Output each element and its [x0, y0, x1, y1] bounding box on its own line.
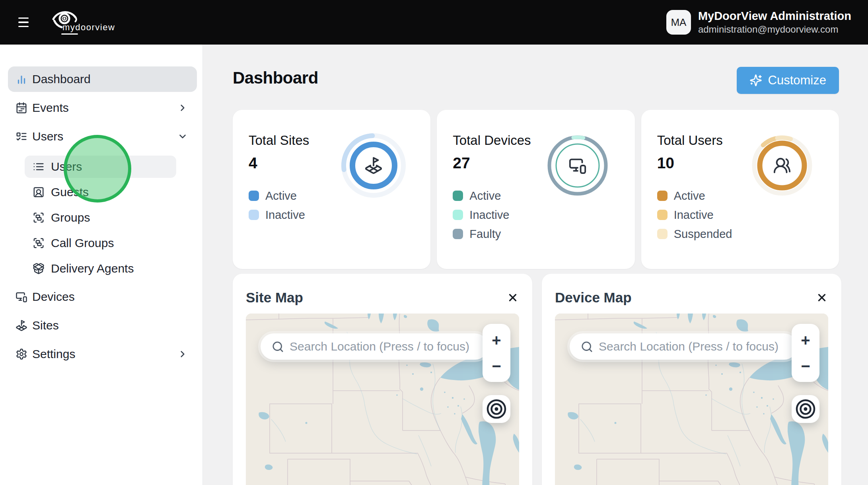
legend-label: Active [469, 189, 501, 203]
sidebar-item-label: Users [32, 130, 63, 143]
donut-chart [544, 132, 611, 199]
donut-chart [340, 132, 407, 199]
site-map-locate-button[interactable] [483, 395, 510, 423]
top-bar: mydoorview MA MyDoorView Administration … [0, 0, 868, 45]
site-map-close-button[interactable] [504, 289, 522, 306]
site-map-canvas[interactable]: + − [246, 314, 519, 485]
user-menu[interactable]: MA MyDoorView Administration administrat… [666, 10, 851, 35]
legend-swatch [657, 229, 668, 239]
sidebar-item-dashboard[interactable]: Dashboard [8, 66, 197, 92]
legend-row: Inactive [453, 205, 509, 224]
legend-swatch [453, 210, 463, 220]
maps-row: Site Map [233, 274, 839, 485]
chevron-down-icon [177, 131, 188, 142]
device-map-canvas[interactable]: + − [555, 314, 828, 485]
device-map-search [570, 333, 797, 360]
site-map-search [261, 333, 488, 360]
user-square-icon [33, 186, 45, 198]
sites-icon [16, 319, 27, 331]
sidebar-subitem-label: Call Groups [51, 236, 114, 250]
sidebar-subitem-label: Guests [51, 185, 89, 199]
legend-row: Active [249, 186, 305, 205]
sidebar-item-sites[interactable]: Sites [8, 313, 197, 338]
sparkles-icon [749, 74, 762, 87]
close-icon [507, 292, 519, 304]
devices-icon [16, 291, 27, 303]
sidebar-item-label: Devices [32, 290, 75, 304]
legend-label: Active [265, 189, 297, 203]
legend-row: Inactive [657, 205, 732, 224]
list-todo-icon [16, 131, 27, 142]
legend-row: Active [657, 186, 732, 205]
sidebar-item-events[interactable]: Events [8, 95, 197, 121]
legend-swatch [657, 210, 668, 220]
sidebar-subitem-label: Users [51, 160, 82, 173]
legend-row: Faulty [453, 224, 509, 243]
sidebar-subitem-call-groups[interactable]: Call Groups [25, 232, 176, 254]
sidebar-subitem-guests[interactable]: Guests [25, 181, 176, 203]
legend-swatch [657, 191, 668, 201]
user-email: administration@mydoorview.com [698, 24, 851, 35]
brand-logo: mydoorview [52, 0, 119, 45]
sidebar-subitem-label: Delivery Agents [51, 262, 134, 275]
page-title: Dashboard [233, 68, 318, 88]
brand-underline [61, 33, 78, 35]
search-icon [272, 341, 284, 353]
device-map-close-button[interactable] [813, 289, 831, 306]
sidebar-subitem-users-list[interactable]: Users [25, 156, 176, 178]
target-icon [486, 399, 507, 419]
legend-label: Inactive [674, 208, 714, 222]
sidebar-item-label: Sites [32, 319, 59, 332]
group-icon [33, 237, 45, 249]
device-map-locate-button[interactable] [792, 395, 819, 423]
calendar-icon [16, 102, 27, 114]
device-map-card: Device Map [542, 274, 841, 485]
legend-label: Inactive [469, 208, 509, 222]
avatar[interactable]: MA [666, 10, 691, 35]
site-map-zoom-in-button[interactable]: + [483, 324, 510, 353]
site-map-card: Site Map [233, 274, 532, 485]
target-icon [795, 399, 816, 419]
group-icon [33, 212, 45, 224]
legend-label: Faulty [469, 228, 501, 241]
legend-row: Inactive [249, 205, 305, 224]
site-map-title: Site Map [246, 290, 303, 306]
menu-icon[interactable] [18, 16, 32, 29]
brand-name: mydoorview [62, 22, 115, 33]
gear-icon [16, 348, 27, 360]
stat-card-legend: Active Inactive Suspended [657, 186, 732, 243]
sidebar-item-devices[interactable]: Devices [8, 284, 197, 310]
bar-chart-icon [16, 73, 27, 85]
legend-swatch [453, 229, 463, 239]
customize-button[interactable]: Customize [737, 67, 839, 94]
sidebar-subitem-delivery-agents[interactable]: Delivery Agents [25, 257, 176, 280]
legend-label: Active [674, 189, 705, 203]
device-map-zoom-control: + − [792, 324, 819, 382]
sidebar-nav: Dashboard Events Users Users Guests Grou… [0, 66, 202, 367]
site-map-search-input[interactable] [290, 340, 480, 353]
stat-card-legend: Active Inactive [249, 186, 305, 224]
search-icon [581, 341, 593, 353]
sidebar-item-label: Events [32, 101, 69, 115]
stat-card-total-sites: Total Sites 4 Active Inactive [233, 110, 430, 269]
device-map-search-input[interactable] [599, 340, 789, 353]
legend-label: Inactive [265, 208, 305, 222]
device-map-zoom-in-button[interactable]: + [792, 324, 819, 353]
chevron-right-icon [177, 349, 188, 359]
sidebar-item-users[interactable]: Users [8, 124, 197, 149]
legend-row: Suspended [657, 224, 732, 243]
stat-card-total-users: Total Users 10 Active Inactive Suspended [641, 110, 839, 269]
sidebar-subitem-label: Groups [51, 211, 90, 224]
sidebar-item-settings[interactable]: Settings [8, 341, 197, 367]
chevron-right-icon [177, 103, 188, 113]
sidebar-sublist-users: Users Guests Groups Call Groups Delivery… [0, 156, 202, 284]
sidebar-subitem-groups[interactable]: Groups [25, 206, 176, 229]
site-map-zoom-out-button[interactable]: − [483, 353, 510, 382]
legend-row: Active [453, 186, 509, 205]
sidebar-item-label: Settings [32, 347, 75, 361]
legend-swatch [249, 191, 259, 201]
donut-chart [748, 132, 816, 199]
list-icon [33, 161, 45, 173]
device-map-title: Device Map [555, 290, 632, 306]
device-map-zoom-out-button[interactable]: − [792, 353, 819, 382]
